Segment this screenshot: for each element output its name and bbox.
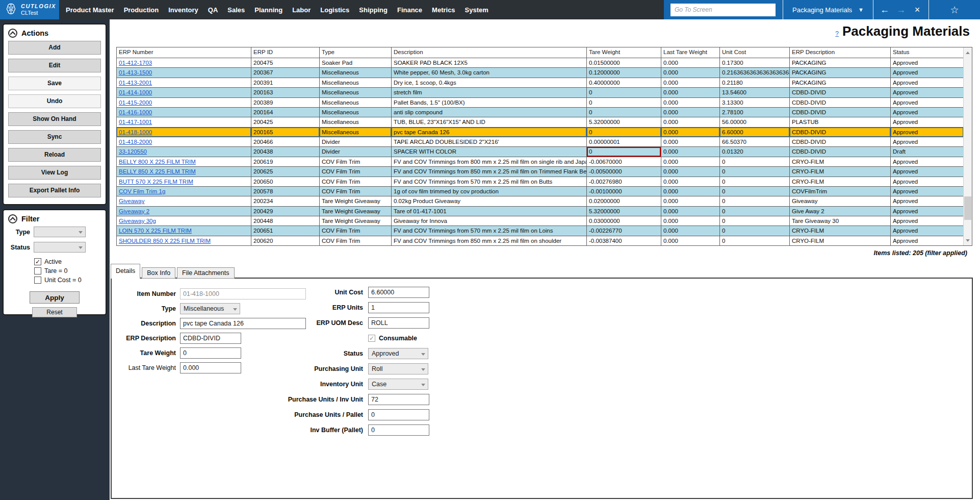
type-cell[interactable]: COV Film Trim	[320, 187, 392, 196]
erp-description-cell[interactable]: CDBD-DIVID	[790, 147, 891, 156]
last-tare-weight-cell[interactable]: 0.000	[661, 98, 720, 107]
column-header-erp-description[interactable]: ERP Description	[790, 47, 891, 58]
last-tare-weight-cell[interactable]: 0.000	[661, 128, 720, 137]
type-cell[interactable]: Divider	[320, 147, 392, 156]
action-button-export-pallet-info[interactable]: Export Pallet Info	[8, 184, 101, 197]
screen-selector-dropdown[interactable]: Packaging Materials ▼	[783, 0, 873, 19]
menu-item-qa[interactable]: QA	[208, 6, 218, 14]
description-cell[interactable]: SOAKER PAD BLACK 12X5	[392, 58, 587, 67]
table-row[interactable]: Giveaway 2200429Tare Weight GiveawayTare…	[117, 207, 963, 216]
erp-number-cell[interactable]: Giveaway 30g	[117, 216, 251, 226]
unit-cost-cell[interactable]: 0	[720, 236, 790, 245]
last-tare-weight-cell[interactable]: 0.000	[661, 58, 720, 67]
erp-number-link[interactable]: BELLY 850 X 225 FILM TRIM	[119, 168, 196, 174]
menu-item-planning[interactable]: Planning	[254, 6, 282, 14]
column-header-status[interactable]: Status	[891, 47, 963, 58]
column-header-last-tare-weight[interactable]: Last Tare Weight	[661, 47, 720, 58]
description-cell[interactable]: 0.02kg Product Giveaway	[392, 196, 587, 206]
last-tare-weight-cell[interactable]: 0.000	[661, 157, 720, 166]
table-row[interactable]: BUTT 570 X 225 FILM TRIM200650COV Film T…	[117, 177, 963, 187]
tare-weight-cell[interactable]: -0.00387400	[587, 236, 661, 245]
description-cell[interactable]: FV and COV Trimmings from 570 mm x 2.25 …	[392, 226, 587, 235]
menu-item-system[interactable]: System	[465, 6, 488, 14]
last-tare-weight-cell[interactable]: 0.000	[661, 88, 720, 97]
tare-weight-cell[interactable]: -0.00276980	[587, 177, 661, 186]
column-header-unit-cost[interactable]: Unit Cost	[720, 47, 790, 58]
status-cell[interactable]: Approved	[891, 196, 963, 206]
collapse-chevron-up-icon[interactable]	[8, 214, 17, 223]
erp-id-cell[interactable]: 200578	[251, 187, 320, 196]
erp-id-cell[interactable]: 200651	[251, 226, 320, 235]
erp-number-cell[interactable]: 01-418-2000	[117, 137, 251, 146]
menu-item-product-master[interactable]: Product Master	[66, 6, 114, 14]
unit-cost-0-checkbox[interactable]	[34, 277, 41, 284]
last-tare-weight-cell[interactable]: 0.000	[661, 167, 720, 176]
last-tare-weight-cell[interactable]: 0.000	[661, 207, 720, 216]
column-header-erp-id[interactable]: ERP ID	[251, 47, 320, 58]
erp-id-cell[interactable]: 200619	[251, 157, 320, 166]
tab-details[interactable]: Details	[111, 264, 140, 279]
erp-description-cell[interactable]: CDBD-DIVID	[790, 137, 891, 146]
type-cell[interactable]: COV Film Trim	[320, 157, 392, 166]
unit-cost-cell[interactable]: 0	[720, 187, 790, 196]
item-number-input[interactable]: 01-418-1000	[180, 288, 306, 299]
erp-id-cell[interactable]: 200165	[251, 128, 320, 137]
unit-cost-cell[interactable]: 2.78100	[720, 108, 790, 117]
tare-weight-cell[interactable]: -0.00670000	[587, 157, 661, 166]
status-cell[interactable]: Approved	[891, 167, 963, 176]
scrollbar-thumb[interactable]	[964, 196, 971, 220]
action-button-reload[interactable]: Reload	[8, 148, 101, 162]
table-row[interactable]: 01-413-2001200391MiscellaneousDry ice, 1…	[117, 78, 963, 88]
tare-weight-cell[interactable]: -0.00226770	[587, 226, 661, 235]
tare-weight-cell[interactable]: 0.03000000	[587, 216, 661, 226]
type-cell[interactable]: Tare Weight Giveaway	[320, 196, 392, 206]
status-cell[interactable]: Approved	[891, 207, 963, 216]
erp-number-cell[interactable]: SHOULDER 850 X 225 FILM TRIM	[117, 236, 251, 245]
status-cell[interactable]: Approved	[891, 117, 963, 127]
erp-id-cell[interactable]: 200625	[251, 167, 320, 176]
erp-number-link[interactable]: 01-414-1000	[119, 89, 152, 95]
type-cell[interactable]: Miscellaneous	[320, 78, 392, 87]
tare-weight-cell[interactable]: 0.00000001	[587, 137, 661, 146]
action-button-save[interactable]: Save	[8, 77, 101, 90]
last-tare-weight-cell[interactable]: 0.000	[661, 108, 720, 117]
erp-description-cell[interactable]: PLASTUB	[790, 117, 891, 127]
erp-id-cell[interactable]: 200367	[251, 68, 320, 77]
description-cell[interactable]: Pallet Bands, 1.5" (100/BX)	[392, 98, 587, 107]
erp-number-link[interactable]: Giveaway 30g	[119, 218, 156, 224]
unit-cost-cell[interactable]: 0	[720, 167, 790, 176]
status-cell[interactable]: Approved	[891, 108, 963, 117]
table-row[interactable]: BELLY 800 X 225 FILM TRIM200619COV Film …	[117, 157, 963, 167]
description-cell[interactable]: SPACER WITH COLOR	[392, 147, 587, 156]
last-tare-weight-cell[interactable]: 0.000	[661, 68, 720, 77]
purchasing-unit-select[interactable]: Roll	[368, 363, 428, 374]
scroll-down-icon[interactable]	[964, 236, 972, 244]
tare-weight-cell[interactable]: 5.32000000	[587, 117, 661, 127]
erp-number-link[interactable]: 01-415-2000	[119, 99, 152, 106]
tare-weight-cell[interactable]: 0	[587, 88, 661, 97]
description-cell[interactable]: TAPE ARCLAD DOUBLESIDED 2"X216'	[392, 137, 587, 146]
last-tare-weight-cell[interactable]: 0.000	[661, 187, 720, 196]
menu-item-metrics[interactable]: Metrics	[432, 6, 455, 14]
status-select[interactable]: Approved	[368, 348, 428, 359]
status-cell[interactable]: Approved	[891, 98, 963, 107]
erp-description-cell[interactable]: CDBD-DIVID	[790, 88, 891, 97]
collapse-chevron-up-icon[interactable]	[8, 29, 17, 38]
unit-cost-cell[interactable]: 13.54600	[720, 88, 790, 97]
unit-cost-cell[interactable]: 56.00000	[720, 117, 790, 127]
type-cell[interactable]: Miscellaneous	[320, 117, 392, 127]
erp-description-cell[interactable]: CRYO-FILM	[790, 226, 891, 235]
erp-number-cell[interactable]: 01-413-1500	[117, 68, 251, 77]
table-row[interactable]: Giveaway200234Tare Weight Giveaway0.02kg…	[117, 196, 963, 206]
erp-number-cell[interactable]: COV Film Trim 1g	[117, 187, 251, 196]
status-cell[interactable]: Approved	[891, 226, 963, 235]
tare-weight-cell[interactable]: -0.00100000	[587, 187, 661, 196]
tare-0-checkbox[interactable]	[34, 267, 41, 274]
menu-item-inventory[interactable]: Inventory	[168, 6, 198, 14]
erp-id-cell[interactable]: 200164	[251, 108, 320, 117]
close-icon[interactable]: ×	[909, 0, 925, 19]
status-cell[interactable]: Approved	[891, 216, 963, 226]
erp-number-cell[interactable]: 01-417-1001	[117, 117, 251, 127]
erp-number-link[interactable]: 33-120550	[119, 148, 147, 155]
erp-description-cell[interactable]: CRYO-FILM	[790, 157, 891, 166]
